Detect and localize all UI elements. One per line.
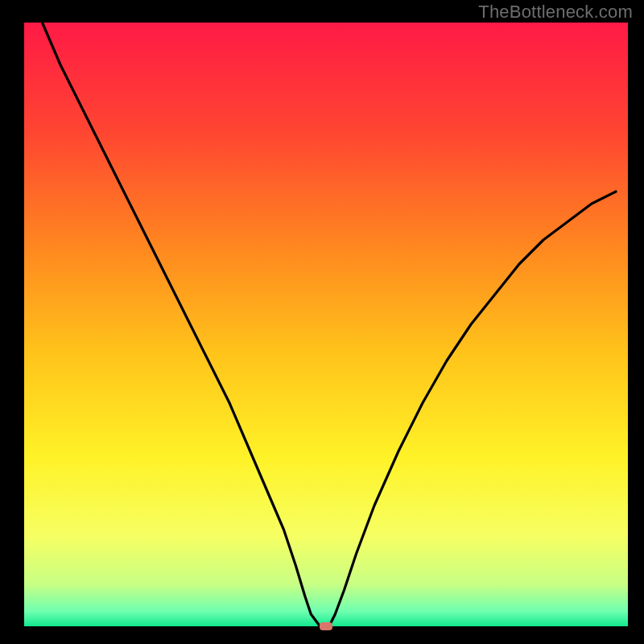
chart-svg	[0, 0, 644, 644]
plot-background	[24, 23, 628, 626]
chart-frame	[0, 0, 644, 644]
watermark-text: TheBottleneck.com	[478, 2, 633, 23]
optimal-point-marker	[320, 622, 332, 630]
